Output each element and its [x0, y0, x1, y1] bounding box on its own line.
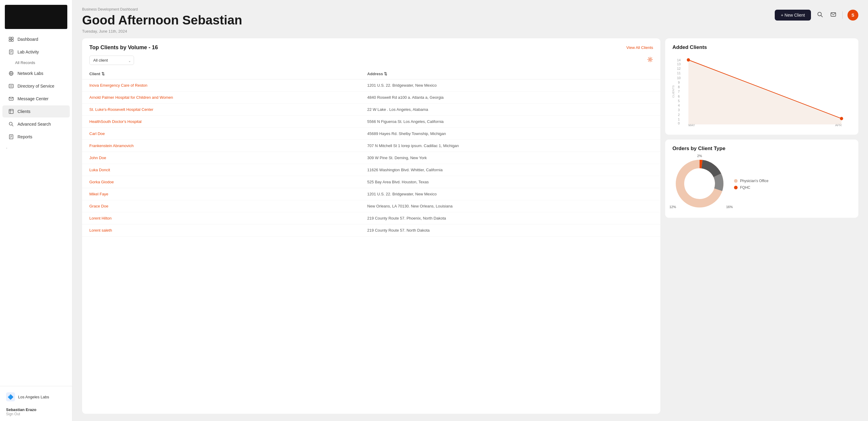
new-client-button[interactable]: + New Client	[775, 10, 811, 21]
svg-text:CLIENTS: CLIENTS	[673, 85, 675, 97]
svg-point-48	[687, 58, 690, 62]
sidebar-item-all-records[interactable]: All Records	[0, 59, 72, 67]
sidebar: Dashboard Lab Activity All Records	[0, 0, 72, 421]
table-row[interactable]: Arnold Palmer Hospital for Children and …	[82, 91, 660, 103]
client-name-link[interactable]: Lorent saleth	[89, 228, 112, 233]
sidebar-item-message-center[interactable]: Message Center	[2, 93, 70, 105]
table-row[interactable]: Grace Doe New Orleans, LA 70130. New Orl…	[82, 200, 660, 212]
table-row[interactable]: Frankenstein Abramovich 707 N Mitchell S…	[82, 140, 660, 152]
sidebar-item-directory[interactable]: Directory of Service	[2, 80, 70, 92]
page-title: Good Afternoon Sebastian	[82, 13, 242, 27]
table-row[interactable]: St. Luke's-Roosevelt Hospital Center 22 …	[82, 103, 660, 116]
client-address: 1201 U.S. 22. Bridgewater, New Mexico	[360, 188, 660, 200]
sidebar-item-all-records-label: All Records	[15, 60, 35, 65]
sidebar-item-clients[interactable]: Clients	[2, 106, 70, 118]
panel-title: Top Clients by Volume - 16	[89, 44, 158, 51]
org-icon: 🔷	[6, 392, 15, 401]
added-clients-card: Added Clients 14 13 12 11 10 9 8 7 6 5	[665, 38, 858, 135]
legend-label-fqhc: FQHC	[740, 185, 750, 190]
client-name-link[interactable]: Inova Emergency Care of Reston	[89, 83, 147, 88]
svg-rect-11	[9, 84, 13, 88]
org-label: Los Angeles Labs	[18, 395, 49, 399]
svg-text:2: 2	[678, 113, 680, 117]
sidebar-item-reports[interactable]: Reports	[2, 131, 70, 143]
filter-select-wrap[interactable]: All client Hospital Physician's Office C…	[89, 56, 134, 65]
client-address: 5566 N Figueroa St. Los Angeles, Califor…	[360, 116, 660, 128]
client-name-link[interactable]: Carl Doe	[89, 131, 105, 136]
table-row[interactable]: HealthSouth Doctor's Hospital 5566 N Fig…	[82, 116, 660, 128]
svg-text:9: 9	[678, 81, 680, 84]
sidebar-item-advanced-search-label: Advanced Search	[18, 122, 51, 126]
table-row[interactable]: Lorent saleth 219 County Route 57. North…	[82, 224, 660, 237]
breadcrumb: Business Development Dashboard	[82, 7, 242, 11]
sidebar-logo	[5, 5, 67, 29]
user-avatar-button[interactable]: S	[847, 10, 858, 21]
client-address: 707 N Mitchell St 1 lorep ipsum. Cadilla…	[360, 140, 660, 152]
col-client: Client ⇅	[82, 68, 360, 80]
client-name-link[interactable]: Luka Doncit	[89, 168, 110, 172]
client-name-link[interactable]: Lorent Hilton	[89, 216, 112, 220]
svg-text:13: 13	[677, 62, 681, 66]
header-divider	[842, 11, 843, 19]
client-address: 22 W Lake . Los Angeles, Alabama	[360, 103, 660, 116]
legend-item-fqhc: FQHC	[734, 185, 768, 190]
svg-text:14: 14	[677, 58, 681, 62]
client-name-link[interactable]: HealthSouth Doctor's Hospital	[89, 119, 142, 124]
svg-text:10: 10	[677, 76, 681, 80]
settings-button[interactable]	[647, 57, 653, 64]
view-all-link[interactable]: View All Clients	[626, 45, 653, 50]
right-panel: Added Clients 14 13 12 11 10 9 8 7 6 5	[665, 38, 858, 414]
legend-dot-fqhc	[734, 186, 738, 189]
table-row[interactable]: Mikel Faye 1201 U.S. 22. Bridgewater, Ne…	[82, 188, 660, 200]
header-actions: + New Client S	[775, 10, 858, 21]
orders-card: Orders by Client Type 2% 12% 16%	[665, 140, 858, 218]
sidebar-item-advanced-search[interactable]: Advanced Search	[2, 118, 70, 130]
sign-out-link[interactable]: Sign Out	[6, 412, 66, 416]
client-address: 525 Bay Area Blvd. Houston, Texas	[360, 176, 660, 188]
sidebar-item-message-label: Message Center	[18, 96, 49, 101]
mail-button[interactable]	[829, 10, 838, 20]
table-row[interactable]: Gorka Giodoe 525 Bay Area Blvd. Houston,…	[82, 176, 660, 188]
dashboard-icon	[8, 36, 14, 42]
svg-text:11: 11	[677, 71, 681, 75]
client-name-link[interactable]: Gorka Giodoe	[89, 180, 114, 184]
sidebar-item-directory-label: Directory of Service	[18, 84, 54, 89]
search-button[interactable]	[816, 10, 824, 20]
sidebar-item-network-labs[interactable]: Network Labs	[2, 67, 70, 80]
table-row[interactable]: Luka Doncit 11626 Washington Blvd. Whitt…	[82, 164, 660, 176]
client-name-link[interactable]: John Doe	[89, 155, 106, 160]
sidebar-item-lab-activity-label: Lab Activity	[18, 50, 39, 54]
legend-item-physicians: Physician's Office	[734, 179, 768, 183]
table-row[interactable]: John Doe 309 W Pine St. Deming, New York	[82, 152, 660, 164]
page-date: Tuesday, June 11th, 2024	[82, 29, 242, 33]
sidebar-item-reports-label: Reports	[18, 134, 32, 139]
user-row: Sebastian Erazo Sign Out	[5, 406, 67, 417]
svg-text:7: 7	[678, 90, 680, 93]
table-row[interactable]: Carl Doe 45689 Hayes Rd. Shelby Township…	[82, 128, 660, 140]
svg-text:4: 4	[678, 103, 680, 107]
table-row[interactable]: Lorent Hilton 219 County Route 57. Phoen…	[82, 212, 660, 224]
svg-rect-1	[11, 37, 13, 39]
sidebar-item-lab-activity[interactable]: Lab Activity	[2, 46, 70, 58]
line-chart-svg: 14 13 12 11 10 9 8 7 6 5 4 3 2 1	[673, 55, 851, 128]
clients-table: Client ⇅ Address ⇅ Inova Emergency Care …	[82, 68, 660, 237]
client-name-link[interactable]: St. Luke's-Roosevelt Hospital Center	[89, 107, 153, 112]
filter-row: All client Hospital Physician's Office C…	[82, 56, 660, 68]
client-name-link[interactable]: Arnold Palmer Hospital for Children and …	[89, 95, 173, 100]
client-filter-select[interactable]: All client Hospital Physician's Office C…	[89, 56, 134, 65]
table-row[interactable]: Inova Emergency Care of Reston 1201 U.S.…	[82, 80, 660, 91]
svg-text:5: 5	[678, 99, 680, 103]
client-name-link[interactable]: Frankenstein Abramovich	[89, 144, 134, 148]
client-name-link[interactable]: Grace Doe	[89, 204, 108, 208]
sidebar-bottom: 🔷 Los Angeles Labs Sebastian Erazo Sign …	[0, 386, 72, 421]
client-name-link[interactable]: Mikel Faye	[89, 192, 108, 196]
globe-icon	[8, 71, 14, 76]
sidebar-item-clients-label: Clients	[18, 109, 30, 114]
main-content: Business Development Dashboard Good Afte…	[72, 0, 868, 421]
legend-label-physicians: Physician's Office	[740, 179, 768, 183]
client-address: 45689 Hayes Rd. Shelby Township, Michiga…	[360, 128, 660, 140]
svg-point-27	[649, 59, 651, 60]
client-address: 11626 Washington Blvd. Whittier, Califor…	[360, 164, 660, 176]
panel-header: Top Clients by Volume - 16 View All Clie…	[82, 38, 660, 56]
sidebar-item-dashboard[interactable]: Dashboard	[2, 33, 70, 45]
